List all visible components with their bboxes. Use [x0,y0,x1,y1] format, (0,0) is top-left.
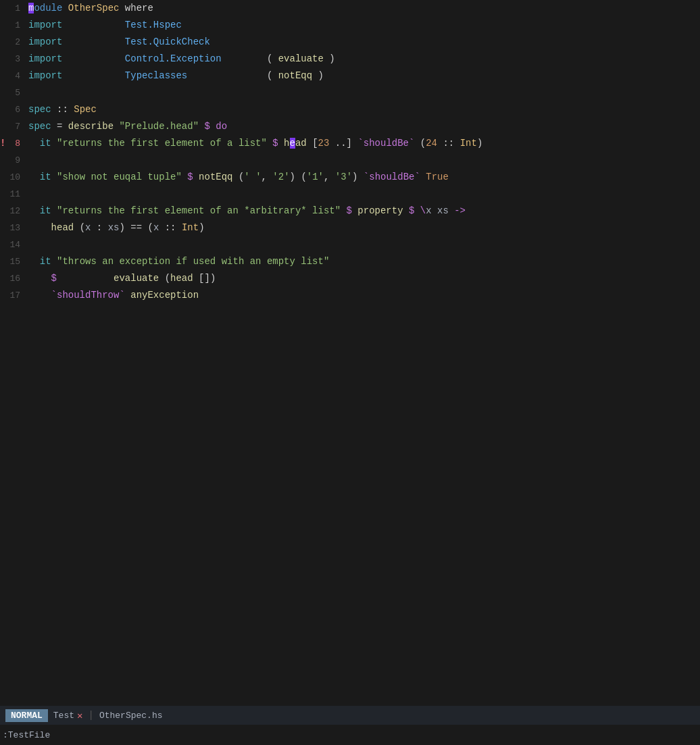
line-11: 11 [0,186,700,203]
line-content-4: import Typeclasses ( notEqq ) [28,68,700,84]
line-9: 9 [0,152,700,169]
line-number-6: 6 [0,101,28,118]
error-bang-8: ! [0,135,5,152]
line-14: 14 [0,236,700,253]
line-content-16: $ evaluate (head []) [28,270,700,287]
line-content-3: import Control.Exception ( evaluate ) [28,51,700,68]
line-5: 5 [0,84,700,101]
line-10: 10 it "show not euqal tuple" $ notEqq ('… [0,169,700,186]
line-3: 3 import Control.Exception ( evaluate ) [0,51,700,68]
line-content-17: `shouldThrow` anyException [28,287,700,304]
line-number-1: 1 [0,17,28,34]
line-content-8: it "returns the first element of a list"… [28,135,700,152]
line-15: 15 it "throws an exception if used with … [0,253,700,270]
mode-badge: NORMAL [5,709,48,722]
line-number-4: 4 [0,68,28,84]
line-content-9 [28,152,700,169]
line-content-1: import Test.Hspec [28,17,700,34]
line-16: 16 $ evaluate (head []) [0,270,700,287]
line-content-2: import Test.QuickCheck [28,34,700,51]
line-13: 13 head (x : xs) == (x :: Int) [0,220,700,236]
line-4: 4 import Typeclasses ( notEqq ) [0,68,700,84]
line-content-14 [28,236,700,253]
line-content-13: head (x : xs) == (x :: Int) [28,220,700,236]
line-content-12: it "returns the first element of an *arb… [28,203,700,220]
line-number-2: 2 [0,34,28,51]
line-number-13: 13 [0,220,28,236]
line-6: 6 spec :: Spec [0,101,700,118]
command-text: :TestFile [3,730,50,740]
line-number-9: 9 [0,152,28,169]
line-7: 7 spec = describe "Prelude.head" $ do [0,118,700,135]
line-number-3: 3 [0,51,28,68]
close-tab-icon[interactable]: ✕ [77,710,82,721]
line-number-16: 16 [0,270,28,287]
line-content-10: it "show not euqal tuple" $ notEqq (' ',… [28,169,700,186]
line-content-6: spec :: Spec [28,101,700,118]
line-2: 2 import Test.QuickCheck [0,34,700,51]
line-number-14: 14 [0,236,28,253]
line-1: 1 import Test.Hspec [0,17,700,34]
line-content-15: it "throws an exception if used with an … [28,253,700,270]
line-number-12: 12 [0,203,28,220]
command-line: :TestFile [0,725,700,745]
line-content-11 [28,186,700,203]
line-number-5: 5 [0,84,28,101]
status-bar: NORMAL Test ✕ | OtherSpec.hs [0,706,700,725]
line-content-0: module OtherSpec where [28,0,700,17]
code-editor[interactable]: 1 module OtherSpec where 1 import Test.H… [0,0,700,702]
tab-label: Test [53,711,74,721]
line-17: 17 `shouldThrow` anyException [0,287,700,304]
line-0: 1 module OtherSpec where [0,0,700,17]
line-content-5 [28,84,700,101]
status-filename: OtherSpec.hs [99,711,163,721]
line-12: 12 it "returns the first element of an *… [0,203,700,220]
line-number-0: 1 [0,0,28,17]
line-number-11: 11 [0,186,28,203]
line-number-10: 10 [0,169,28,186]
line-content-7: spec = describe "Prelude.head" $ do [28,118,700,135]
status-separator: | [88,710,93,721]
line-number-17: 17 [0,287,28,304]
line-number-15: 15 [0,253,28,270]
line-8: ! 8 it "returns the first element of a l… [0,135,700,152]
status-tab: Test ✕ [53,710,83,721]
code-content: 1 module OtherSpec where 1 import Test.H… [0,0,700,304]
line-number-7: 7 [0,118,28,135]
